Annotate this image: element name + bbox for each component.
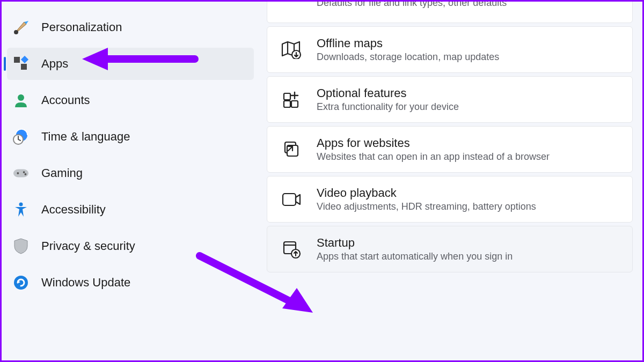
sidebar-item-label: Time & language [41, 130, 130, 144]
defaults-icon [281, 0, 302, 13]
card-default-apps[interactable]: Defaults for file and link types, other … [267, 0, 633, 23]
sidebar-nav: Personalization Apps Accounts [2, 2, 259, 360]
sidebar-item-time-language[interactable]: Time & language [7, 121, 254, 153]
svg-point-11 [19, 203, 23, 206]
sidebar-item-label: Accounts [41, 93, 90, 107]
sidebar-item-accessibility[interactable]: Accessibility [7, 194, 254, 226]
svg-rect-16 [291, 101, 298, 107]
shield-icon [12, 238, 30, 255]
svg-point-8 [17, 172, 19, 174]
sidebar-item-label: Apps [41, 57, 68, 71]
svg-point-4 [18, 94, 24, 101]
card-title: Video playback [317, 186, 536, 200]
card-offline-maps[interactable]: Offline maps Downloads, storage location… [267, 26, 633, 73]
card-video-playback[interactable]: Video playback Video adjustments, HDR st… [267, 176, 633, 223]
globe-clock-icon [12, 128, 30, 145]
sidebar-item-label: Gaming [41, 166, 83, 180]
video-icon [281, 189, 302, 210]
svg-point-10 [25, 173, 27, 175]
card-subtitle: Apps that start automatically when you s… [317, 251, 513, 262]
sidebar-item-personalization[interactable]: Personalization [7, 11, 254, 43]
sidebar-item-windows-update[interactable]: Windows Update [7, 267, 254, 299]
card-title: Optional features [317, 86, 459, 100]
card-subtitle: Video adjustments, HDR streaming, batter… [317, 201, 536, 212]
svg-rect-19 [283, 194, 296, 205]
sidebar-item-label: Personalization [41, 20, 122, 34]
card-apps-for-websites[interactable]: Apps for websites Websites that can open… [267, 126, 633, 173]
apps-settings-main: Defaults for file and link types, other … [259, 0, 642, 351]
accessibility-icon [12, 201, 30, 218]
card-title: Startup [317, 236, 513, 250]
card-startup[interactable]: Startup Apps that start automatically wh… [267, 226, 633, 272]
sidebar-item-label: Windows Update [41, 276, 130, 290]
card-optional-features[interactable]: Optional features Extra functionality fo… [267, 76, 633, 123]
svg-rect-3 [21, 56, 28, 63]
card-title: Apps for websites [317, 136, 550, 150]
sidebar-item-label: Accessibility [41, 203, 106, 217]
svg-rect-15 [284, 101, 290, 107]
card-subtitle: Downloads, storage location, map updates [317, 51, 499, 63]
sidebar-item-gaming[interactable]: Gaming [7, 157, 254, 189]
gamepad-icon [12, 165, 30, 182]
apps-plus-icon [281, 90, 302, 110]
card-title: Offline maps [317, 36, 499, 50]
svg-rect-14 [284, 93, 290, 100]
map-download-icon [281, 40, 302, 60]
settings-layout: Personalization Apps Accounts [2, 2, 642, 360]
svg-point-9 [23, 171, 25, 173]
person-icon [12, 92, 30, 109]
open-in-app-icon [281, 139, 302, 160]
brush-icon [12, 19, 30, 36]
sidebar-item-accounts[interactable]: Accounts [7, 84, 254, 116]
card-subtitle: Extra functionality for your device [317, 101, 459, 113]
apps-icon [12, 55, 30, 72]
sidebar-item-apps[interactable]: Apps [7, 48, 254, 80]
update-icon [12, 274, 30, 291]
svg-rect-1 [14, 57, 20, 63]
svg-rect-7 [13, 169, 28, 177]
sidebar-item-privacy-security[interactable]: Privacy & security [7, 230, 254, 262]
startup-icon [281, 239, 302, 260]
svg-rect-2 [21, 64, 27, 70]
svg-point-0 [14, 30, 18, 34]
card-subtitle: Defaults for file and link types, other … [317, 0, 507, 9]
sidebar-item-label: Privacy & security [41, 239, 135, 253]
card-subtitle: Websites that can open in an app instead… [317, 151, 550, 162]
svg-point-12 [14, 276, 28, 290]
